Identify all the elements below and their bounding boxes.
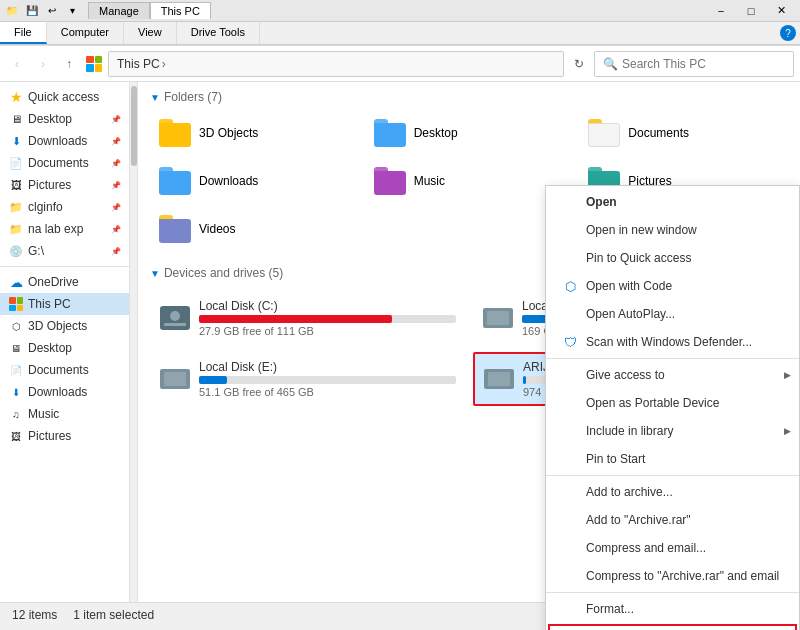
maximize-button[interactable]: □ — [736, 0, 766, 22]
ctx-open[interactable]: Open — [546, 188, 799, 216]
drive-bar-bg-e — [199, 376, 456, 384]
open-new-window-icon — [562, 222, 578, 238]
search-box[interactable]: 🔍 — [594, 51, 794, 77]
compress-rar-email-icon — [562, 568, 578, 584]
pin-icon: 📌 — [111, 203, 121, 212]
sidebar-thispc[interactable]: This PC — [0, 293, 129, 315]
ctx-label: Open AutoPlay... — [586, 307, 675, 321]
drive-info-c: Local Disk (C:) 27.9 GB free of 111 GB — [199, 299, 456, 337]
folder-item-videos[interactable]: Videos — [150, 208, 359, 250]
back-button[interactable]: ‹ — [6, 53, 28, 75]
ctx-add-archive-rar[interactable]: Add to "Archive.rar" — [546, 506, 799, 534]
folder-item-documents[interactable]: Documents — [579, 112, 788, 154]
dropdown-icon[interactable]: ▾ — [64, 3, 80, 19]
folders-section-header: ▼ Folders (7) — [150, 90, 788, 104]
sidebar-item-documents[interactable]: 📄 Documents — [0, 359, 129, 381]
ctx-pin-start[interactable]: Pin to Start — [546, 445, 799, 473]
folder-item-downloads[interactable]: Downloads — [150, 160, 359, 202]
folder-item-music[interactable]: Music — [365, 160, 574, 202]
folders-header-label: Folders (7) — [164, 90, 222, 104]
ctx-add-archive[interactable]: Add to archive... — [546, 478, 799, 506]
folder-item-desktop[interactable]: Desktop — [365, 112, 574, 154]
sidebar-item-downloads[interactable]: ⬇ Downloads — [0, 381, 129, 403]
ctx-open-new-window[interactable]: Open in new window — [546, 216, 799, 244]
forward-button[interactable]: › — [32, 53, 54, 75]
ctx-label: Give access to — [586, 368, 665, 382]
ctx-give-access[interactable]: Give access to — [546, 361, 799, 389]
sidebar-item-pictures[interactable]: 🖼 Pictures — [0, 425, 129, 447]
drives-header-label: Devices and drives (5) — [164, 266, 283, 280]
ctx-scan-defender[interactable]: 🛡 Scan with Windows Defender... — [546, 328, 799, 356]
ctx-open-with-code[interactable]: ⬡ Open with Code — [546, 272, 799, 300]
tab-file[interactable]: File — [0, 22, 47, 44]
sidebar-item-desktop-qa[interactable]: 🖥 Desktop 📌 — [0, 108, 129, 130]
sidebar-divider — [0, 266, 129, 267]
refresh-button[interactable]: ↻ — [568, 53, 590, 75]
address-path[interactable]: This PC › — [108, 51, 564, 77]
help-button[interactable]: ? — [780, 25, 796, 41]
music-icon: ♫ — [8, 406, 24, 422]
close-button[interactable]: ✕ — [766, 0, 796, 22]
ctx-include-library[interactable]: Include in library — [546, 417, 799, 445]
sidebar-item-clginfo[interactable]: 📁 clginfo 📌 — [0, 196, 129, 218]
folder-name: 3D Objects — [199, 126, 258, 140]
ctx-eject-wrapper: Eject — [548, 624, 797, 630]
shield-icon: 🛡 — [562, 334, 578, 350]
compress-email-icon — [562, 540, 578, 556]
ctx-compress-rar-email[interactable]: Compress to "Archive.rar" and email — [546, 562, 799, 590]
drive-item-c[interactable]: Local Disk (C:) 27.9 GB free of 111 GB — [150, 292, 465, 344]
documents2-icon: 📄 — [8, 362, 24, 378]
up-button[interactable]: ↑ — [58, 53, 80, 75]
ctx-label: Pin to Start — [586, 452, 645, 466]
sidebar-item-documents-qa[interactable]: 📄 Documents 📌 — [0, 152, 129, 174]
search-input[interactable] — [622, 57, 785, 71]
sidebar-item-desktop[interactable]: 🖥 Desktop — [0, 337, 129, 359]
ctx-compress-email[interactable]: Compress and email... — [546, 534, 799, 562]
drive-icon-d — [482, 302, 514, 334]
ctx-label: Pin to Quick access — [586, 251, 691, 265]
documents-icon: 📄 — [8, 155, 24, 171]
folder-item-3dobjects[interactable]: 3D Objects — [150, 112, 359, 154]
sidebar-item-g[interactable]: 💿 G:\ 📌 — [0, 240, 129, 262]
undo-icon[interactable]: ↩ — [44, 3, 60, 19]
sidebar-label: Downloads — [28, 385, 87, 399]
tab-computer[interactable]: Computer — [47, 22, 124, 44]
pin-icon: 📌 — [111, 159, 121, 168]
drives-chevron[interactable]: ▼ — [150, 268, 160, 279]
address-bar: ‹ › ↑ This PC › ↻ 🔍 — [0, 46, 800, 82]
thispc-tab[interactable]: This PC — [150, 2, 211, 19]
drive-item-e[interactable]: Local Disk (E:) 51.1 GB free of 465 GB — [150, 352, 465, 406]
sidebar-scrollbar[interactable] — [130, 82, 138, 602]
sidebar-onedrive[interactable]: ☁ OneDrive — [0, 271, 129, 293]
ctx-label: Scan with Windows Defender... — [586, 335, 752, 349]
drive-bar-bg-c — [199, 315, 456, 323]
folders-chevron[interactable]: ▼ — [150, 92, 160, 103]
manage-tab[interactable]: Manage — [88, 2, 150, 19]
save-icon[interactable]: 💾 — [24, 3, 40, 19]
folder-icon-3d — [159, 119, 191, 147]
path-separator: › — [162, 57, 166, 71]
ctx-open-portable[interactable]: Open as Portable Device — [546, 389, 799, 417]
code-icon: ⬡ — [562, 278, 578, 294]
drive-icon-f — [483, 363, 515, 395]
pin-quick-access-icon — [562, 250, 578, 266]
folder-icon: 📁 — [8, 199, 24, 215]
tab-view[interactable]: View — [124, 22, 177, 44]
sidebar-quick-access[interactable]: ★ Quick access — [0, 86, 129, 108]
pin-icon: 📌 — [111, 225, 121, 234]
ctx-format[interactable]: Format... — [546, 595, 799, 623]
ctx-pin-quick-access[interactable]: Pin to Quick access — [546, 244, 799, 272]
tab-drive-tools[interactable]: Drive Tools — [177, 22, 260, 44]
sidebar-item-downloads-qa[interactable]: ⬇ Downloads 📌 — [0, 130, 129, 152]
sidebar-item-nalab[interactable]: 📁 na lab exp 📌 — [0, 218, 129, 240]
sidebar-label: Music — [28, 407, 59, 421]
ctx-label: Include in library — [586, 424, 673, 438]
drive-info-e: Local Disk (E:) 51.1 GB free of 465 GB — [199, 360, 456, 398]
sidebar-item-pictures-qa[interactable]: 🖼 Pictures 📌 — [0, 174, 129, 196]
minimize-button[interactable]: − — [706, 0, 736, 22]
ctx-open-autoplay[interactable]: Open AutoPlay... — [546, 300, 799, 328]
sidebar-item-music[interactable]: ♫ Music — [0, 403, 129, 425]
drive-name-e: Local Disk (E:) — [199, 360, 456, 374]
sidebar-item-3dobjects[interactable]: ⬡ 3D Objects — [0, 315, 129, 337]
ctx-eject[interactable]: Eject — [550, 626, 795, 630]
